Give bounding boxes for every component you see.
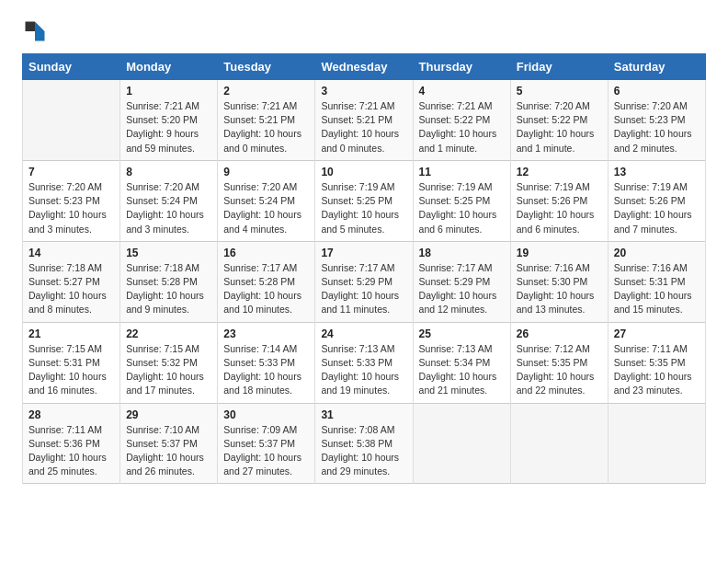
day-info: Sunrise: 7:08 AM Sunset: 5:38 PM Dayligh…	[321, 423, 406, 479]
day-number: 30	[223, 408, 309, 421]
day-number: 2	[223, 85, 309, 98]
calendar-cell	[608, 403, 705, 484]
day-info: Sunrise: 7:21 AM Sunset: 5:20 PM Dayligh…	[126, 99, 211, 155]
calendar-cell: 21Sunrise: 7:15 AM Sunset: 5:31 PM Dayli…	[23, 322, 120, 403]
calendar-table: SundayMondayTuesdayWednesdayThursdayFrid…	[22, 53, 706, 484]
day-info: Sunrise: 7:21 AM Sunset: 5:21 PM Dayligh…	[223, 99, 309, 155]
day-number: 21	[28, 327, 114, 340]
calendar-cell: 17Sunrise: 7:17 AM Sunset: 5:29 PM Dayli…	[315, 241, 413, 322]
day-number: 10	[321, 166, 406, 178]
day-number: 14	[28, 247, 114, 259]
day-info: Sunrise: 7:15 AM Sunset: 5:32 PM Dayligh…	[126, 342, 211, 398]
week-row-4: 21Sunrise: 7:15 AM Sunset: 5:31 PM Dayli…	[23, 322, 706, 403]
day-info: Sunrise: 7:13 AM Sunset: 5:33 PM Dayligh…	[321, 342, 406, 398]
day-info: Sunrise: 7:20 AM Sunset: 5:23 PM Dayligh…	[28, 180, 114, 236]
day-number: 19	[517, 247, 602, 259]
calendar-cell: 19Sunrise: 7:16 AM Sunset: 5:30 PM Dayli…	[510, 241, 608, 322]
day-info: Sunrise: 7:13 AM Sunset: 5:34 PM Dayligh…	[419, 342, 505, 398]
page-header	[22, 18, 706, 44]
calendar-cell: 29Sunrise: 7:10 AM Sunset: 5:37 PM Dayli…	[120, 403, 218, 484]
svg-marker-2	[26, 22, 36, 32]
day-number: 17	[321, 247, 406, 259]
day-number: 15	[126, 247, 211, 259]
day-info: Sunrise: 7:14 AM Sunset: 5:33 PM Dayligh…	[223, 342, 309, 398]
column-header-monday: Monday	[120, 54, 218, 80]
calendar-cell: 24Sunrise: 7:13 AM Sunset: 5:33 PM Dayli…	[315, 322, 413, 403]
column-header-tuesday: Tuesday	[218, 54, 315, 80]
day-info: Sunrise: 7:20 AM Sunset: 5:23 PM Dayligh…	[614, 99, 700, 155]
calendar-cell: 31Sunrise: 7:08 AM Sunset: 5:38 PM Dayli…	[315, 403, 413, 484]
day-number: 18	[419, 247, 505, 259]
day-info: Sunrise: 7:12 AM Sunset: 5:35 PM Dayligh…	[517, 342, 602, 398]
calendar-cell	[510, 403, 608, 484]
day-number: 26	[517, 327, 602, 340]
day-number: 4	[419, 85, 505, 98]
calendar-cell: 28Sunrise: 7:11 AM Sunset: 5:36 PM Dayli…	[23, 403, 120, 484]
day-number: 6	[614, 85, 700, 98]
day-info: Sunrise: 7:19 AM Sunset: 5:26 PM Dayligh…	[614, 180, 700, 236]
calendar-cell: 10Sunrise: 7:19 AM Sunset: 5:25 PM Dayli…	[315, 160, 413, 241]
week-row-5: 28Sunrise: 7:11 AM Sunset: 5:36 PM Dayli…	[23, 403, 706, 484]
calendar-cell: 6Sunrise: 7:20 AM Sunset: 5:23 PM Daylig…	[608, 80, 705, 161]
day-info: Sunrise: 7:21 AM Sunset: 5:21 PM Dayligh…	[321, 99, 406, 155]
day-number: 22	[126, 327, 211, 340]
calendar-cell: 8Sunrise: 7:20 AM Sunset: 5:24 PM Daylig…	[120, 160, 218, 241]
calendar-cell: 26Sunrise: 7:12 AM Sunset: 5:35 PM Dayli…	[510, 322, 608, 403]
day-info: Sunrise: 7:19 AM Sunset: 5:25 PM Dayligh…	[321, 180, 406, 236]
day-info: Sunrise: 7:17 AM Sunset: 5:28 PM Dayligh…	[223, 261, 309, 317]
calendar-cell: 22Sunrise: 7:15 AM Sunset: 5:32 PM Dayli…	[120, 322, 218, 403]
day-number: 27	[614, 327, 700, 340]
calendar-cell: 12Sunrise: 7:19 AM Sunset: 5:26 PM Dayli…	[510, 160, 608, 241]
day-info: Sunrise: 7:20 AM Sunset: 5:24 PM Dayligh…	[223, 180, 309, 236]
svg-marker-0	[35, 22, 45, 32]
day-info: Sunrise: 7:19 AM Sunset: 5:26 PM Dayligh…	[517, 180, 602, 236]
day-number: 12	[517, 166, 602, 178]
day-info: Sunrise: 7:16 AM Sunset: 5:31 PM Dayligh…	[614, 261, 700, 317]
calendar-cell: 15Sunrise: 7:18 AM Sunset: 5:28 PM Dayli…	[120, 241, 218, 322]
calendar-cell: 27Sunrise: 7:11 AM Sunset: 5:35 PM Dayli…	[608, 322, 705, 403]
calendar-header-row: SundayMondayTuesdayWednesdayThursdayFrid…	[23, 54, 706, 80]
day-number: 28	[28, 408, 114, 421]
logo	[22, 18, 51, 44]
day-info: Sunrise: 7:17 AM Sunset: 5:29 PM Dayligh…	[321, 261, 406, 317]
svg-marker-1	[35, 31, 45, 41]
week-row-2: 7Sunrise: 7:20 AM Sunset: 5:23 PM Daylig…	[23, 160, 706, 241]
day-info: Sunrise: 7:11 AM Sunset: 5:36 PM Dayligh…	[28, 423, 114, 479]
day-info: Sunrise: 7:15 AM Sunset: 5:31 PM Dayligh…	[28, 342, 114, 398]
calendar-cell: 7Sunrise: 7:20 AM Sunset: 5:23 PM Daylig…	[23, 160, 120, 241]
logo-icon	[22, 18, 48, 44]
day-info: Sunrise: 7:20 AM Sunset: 5:22 PM Dayligh…	[517, 99, 602, 155]
day-number: 8	[126, 166, 211, 178]
day-info: Sunrise: 7:16 AM Sunset: 5:30 PM Dayligh…	[517, 261, 602, 317]
day-info: Sunrise: 7:20 AM Sunset: 5:24 PM Dayligh…	[126, 180, 211, 236]
column-header-saturday: Saturday	[608, 54, 705, 80]
day-number: 9	[223, 166, 309, 178]
calendar-cell: 30Sunrise: 7:09 AM Sunset: 5:37 PM Dayli…	[218, 403, 315, 484]
week-row-1: 1Sunrise: 7:21 AM Sunset: 5:20 PM Daylig…	[23, 80, 706, 161]
week-row-3: 14Sunrise: 7:18 AM Sunset: 5:27 PM Dayli…	[23, 241, 706, 322]
column-header-wednesday: Wednesday	[315, 54, 413, 80]
calendar-cell: 20Sunrise: 7:16 AM Sunset: 5:31 PM Dayli…	[608, 241, 705, 322]
calendar-cell: 2Sunrise: 7:21 AM Sunset: 5:21 PM Daylig…	[218, 80, 315, 161]
day-info: Sunrise: 7:09 AM Sunset: 5:37 PM Dayligh…	[223, 423, 309, 479]
calendar-cell: 1Sunrise: 7:21 AM Sunset: 5:20 PM Daylig…	[120, 80, 218, 161]
calendar-cell: 25Sunrise: 7:13 AM Sunset: 5:34 PM Dayli…	[413, 322, 510, 403]
calendar-cell: 11Sunrise: 7:19 AM Sunset: 5:25 PM Dayli…	[413, 160, 510, 241]
calendar-cell: 4Sunrise: 7:21 AM Sunset: 5:22 PM Daylig…	[413, 80, 510, 161]
day-number: 29	[126, 408, 211, 421]
day-number: 24	[321, 327, 406, 340]
day-number: 5	[517, 85, 602, 98]
day-number: 11	[419, 166, 505, 178]
day-info: Sunrise: 7:18 AM Sunset: 5:28 PM Dayligh…	[126, 261, 211, 317]
calendar-cell: 16Sunrise: 7:17 AM Sunset: 5:28 PM Dayli…	[218, 241, 315, 322]
calendar-cell: 23Sunrise: 7:14 AM Sunset: 5:33 PM Dayli…	[218, 322, 315, 403]
column-header-sunday: Sunday	[23, 54, 120, 80]
calendar-cell: 18Sunrise: 7:17 AM Sunset: 5:29 PM Dayli…	[413, 241, 510, 322]
day-number: 20	[614, 247, 700, 259]
column-header-friday: Friday	[510, 54, 608, 80]
day-info: Sunrise: 7:21 AM Sunset: 5:22 PM Dayligh…	[419, 99, 505, 155]
day-number: 16	[223, 247, 309, 259]
day-info: Sunrise: 7:19 AM Sunset: 5:25 PM Dayligh…	[419, 180, 505, 236]
day-number: 13	[614, 166, 700, 178]
day-number: 23	[223, 327, 309, 340]
